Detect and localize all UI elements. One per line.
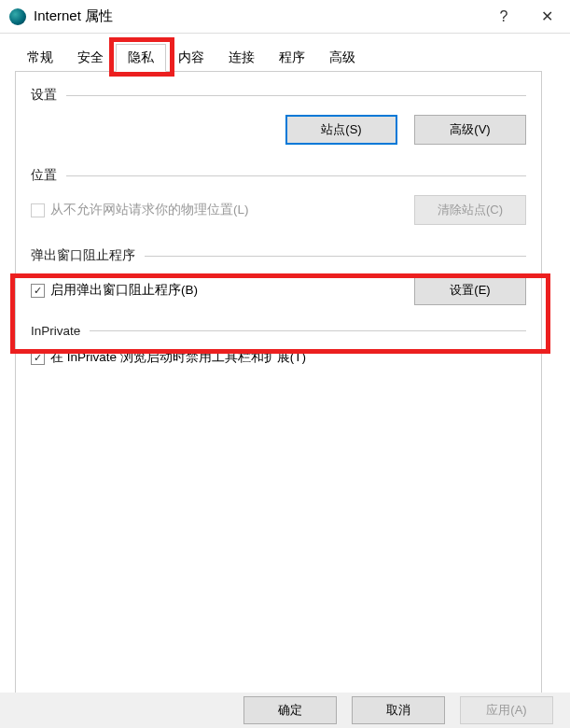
popup-title: 弹出窗口阻止程序	[31, 247, 135, 264]
privacy-panel: 设置 站点(S) 高级(V) 位置 从不允许网站请求你的物理位置(L) 清除站点…	[15, 72, 542, 693]
popup-checkbox-row[interactable]: ✓ 启用弹出窗口阻止程序(B)	[31, 282, 198, 299]
location-checkbox-label: 从不允许网站请求你的物理位置(L)	[50, 202, 249, 218]
location-title: 位置	[31, 167, 57, 184]
tab-connections[interactable]: 连接	[216, 44, 267, 72]
tab-programs[interactable]: 程序	[267, 44, 317, 72]
tab-strip: 常规 安全 隐私 内容 连接 程序 高级	[15, 43, 542, 72]
location-checkbox[interactable]	[31, 203, 45, 217]
tab-privacy[interactable]: 隐私	[116, 44, 166, 72]
apply-button: 应用(A)	[460, 696, 553, 724]
clear-sites-button: 清除站点(C)	[414, 195, 526, 225]
inprivate-checkbox[interactable]: ✓	[31, 351, 45, 365]
help-button[interactable]: ?	[482, 0, 525, 34]
popup-checkbox[interactable]: ✓	[31, 284, 45, 298]
settings-title: 设置	[31, 87, 57, 104]
settings-group: 设置 站点(S) 高级(V)	[31, 87, 526, 145]
inprivate-group: InPrivate ✓ 在 InPrivate 浏览启动时禁用工具栏和扩展(T)	[31, 324, 526, 366]
location-checkbox-row[interactable]: 从不允许网站请求你的物理位置(L)	[31, 202, 249, 218]
tab-advanced[interactable]: 高级	[317, 44, 368, 72]
sites-button[interactable]: 站点(S)	[285, 115, 397, 145]
popup-settings-button[interactable]: 设置(E)	[414, 275, 526, 305]
close-button[interactable]: ✕	[525, 0, 568, 34]
tab-general[interactable]: 常规	[15, 44, 65, 72]
dialog-footer: 确定 取消 应用(A)	[0, 693, 570, 728]
window-title: Internet 属性	[34, 7, 482, 25]
divider	[66, 95, 526, 96]
popup-checkbox-label: 启用弹出窗口阻止程序(B)	[50, 282, 198, 299]
inprivate-title: InPrivate	[31, 324, 80, 338]
advanced-button[interactable]: 高级(V)	[414, 115, 526, 145]
divider	[145, 256, 526, 257]
inprivate-checkbox-row[interactable]: ✓ 在 InPrivate 浏览启动时禁用工具栏和扩展(T)	[31, 349, 526, 366]
divider	[66, 175, 526, 176]
popup-group: 弹出窗口阻止程序 ✓ 启用弹出窗口阻止程序(B) 设置(E)	[31, 247, 526, 305]
divider	[90, 330, 526, 331]
ok-button[interactable]: 确定	[243, 696, 337, 724]
cancel-button[interactable]: 取消	[352, 696, 445, 724]
tab-content[interactable]: 内容	[166, 44, 216, 72]
internet-icon	[9, 8, 26, 25]
dialog-body: 常规 安全 隐私 内容 连接 程序 高级 设置 站点(S) 高级(V) 位置	[0, 34, 570, 693]
tab-security[interactable]: 安全	[65, 44, 116, 72]
inprivate-checkbox-label: 在 InPrivate 浏览启动时禁用工具栏和扩展(T)	[50, 349, 306, 366]
location-group: 位置 从不允许网站请求你的物理位置(L) 清除站点(C)	[31, 167, 526, 225]
titlebar: Internet 属性 ? ✕	[0, 0, 570, 34]
